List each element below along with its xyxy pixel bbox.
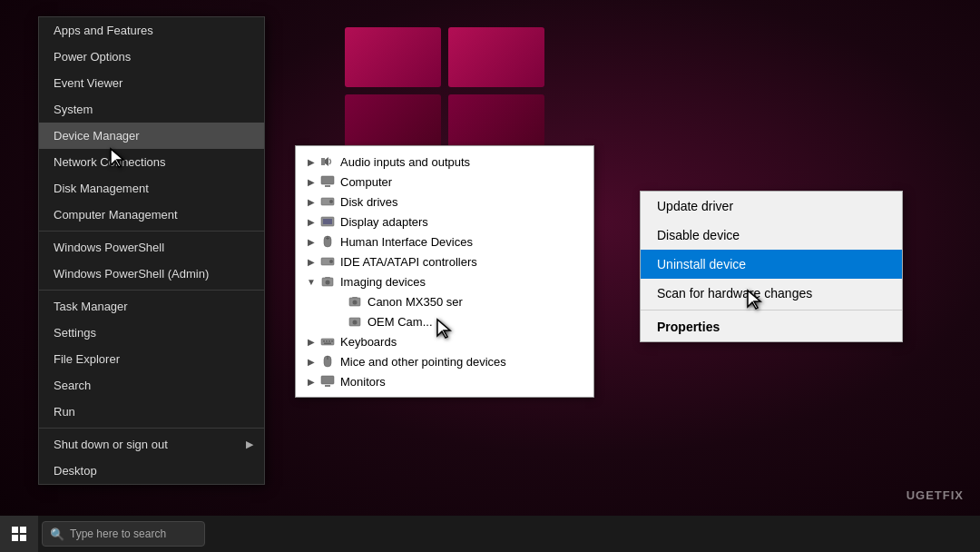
expand-imaging[interactable] xyxy=(305,275,318,288)
tree-item-imaging[interactable]: Imaging devices xyxy=(296,271,593,291)
svg-rect-30 xyxy=(325,385,330,387)
svg-rect-34 xyxy=(12,527,18,533)
device-context-menu: Update driver Disable device Uninstall d… xyxy=(640,191,903,342)
icon-canon xyxy=(347,294,363,309)
icon-mice xyxy=(319,354,336,369)
watermark: UGETFIX xyxy=(906,488,964,502)
start-icon xyxy=(11,526,27,542)
icon-audio xyxy=(319,154,336,169)
icon-monitors xyxy=(319,374,336,389)
winx-separator-1 xyxy=(39,231,264,232)
ctx-scan-changes[interactable]: Scan for hardware changes xyxy=(641,279,902,308)
search-icon: 🔍 xyxy=(50,527,64,541)
expand-disk-drives[interactable] xyxy=(305,195,318,208)
tree-item-oem-cam[interactable]: OEM Cam... xyxy=(296,311,593,331)
svg-rect-15 xyxy=(325,277,330,279)
tree-item-audio[interactable]: Audio inputs and outputs xyxy=(296,152,593,172)
svg-rect-3 xyxy=(325,185,330,187)
expand-hid[interactable] xyxy=(305,235,318,248)
svg-point-12 xyxy=(329,260,333,263)
svg-rect-23 xyxy=(326,340,328,342)
tree-item-hid[interactable]: Human Interface Devices xyxy=(296,232,593,251)
tree-item-display-adapters[interactable]: Display adapters xyxy=(296,212,593,232)
winx-item-device-manager[interactable]: Device Manager xyxy=(39,123,264,149)
expand-ide[interactable] xyxy=(305,255,318,268)
taskbar: 🔍 Type here to search xyxy=(0,516,980,552)
device-manager-tree: Audio inputs and outputs Computer Disk d… xyxy=(295,145,594,398)
expand-computer[interactable] xyxy=(305,175,318,188)
svg-rect-7 xyxy=(323,219,332,224)
icon-display-adapters xyxy=(319,214,336,229)
icon-ide xyxy=(319,254,336,269)
svg-rect-18 xyxy=(352,297,358,299)
icon-hid xyxy=(319,234,336,249)
winx-item-disk-management[interactable]: Disk Management xyxy=(39,175,264,202)
expand-monitors[interactable] xyxy=(305,375,318,388)
svg-rect-35 xyxy=(20,527,26,533)
icon-computer xyxy=(319,174,336,189)
winx-item-network-connections[interactable]: Network Connections xyxy=(39,149,264,175)
win-logo-quad-1 xyxy=(345,27,441,87)
shut-down-arrow: ▶ xyxy=(246,439,253,450)
winx-item-powershell[interactable]: Windows PowerShell xyxy=(39,234,264,261)
ctx-update-driver[interactable]: Update driver xyxy=(641,192,902,221)
winx-item-event-viewer[interactable]: Event Viewer xyxy=(39,70,264,96)
winx-item-search[interactable]: Search xyxy=(39,372,264,399)
windows-logo xyxy=(345,27,544,154)
winx-separator-2 xyxy=(39,290,264,291)
icon-keyboards xyxy=(319,334,336,349)
winx-item-powershell-admin[interactable]: Windows PowerShell (Admin) xyxy=(39,261,264,287)
icon-disk-drives xyxy=(319,194,336,209)
expand-display-adapters[interactable] xyxy=(305,215,318,228)
winx-item-settings[interactable]: Settings xyxy=(39,320,264,346)
winx-item-power-options[interactable]: Power Options xyxy=(39,44,264,70)
tree-item-disk-drives[interactable]: Disk drives xyxy=(296,192,593,212)
expand-keyboards[interactable] xyxy=(305,335,318,348)
tree-item-ide[interactable]: IDE ATA/ATAPI controllers xyxy=(296,251,593,271)
svg-rect-24 xyxy=(328,340,330,342)
svg-point-17 xyxy=(353,301,358,305)
winx-item-system[interactable]: System xyxy=(39,96,264,123)
ctx-separator xyxy=(641,310,902,310)
svg-point-20 xyxy=(353,320,358,325)
svg-rect-26 xyxy=(324,343,331,345)
search-placeholder: Type here to search xyxy=(70,527,166,540)
svg-point-5 xyxy=(329,200,333,203)
winx-item-apps-features[interactable]: Apps and Features xyxy=(39,17,264,44)
svg-marker-1 xyxy=(325,157,328,166)
svg-rect-25 xyxy=(331,340,333,342)
winx-separator-3 xyxy=(39,428,264,429)
tree-item-monitors[interactable]: Monitors xyxy=(296,371,593,391)
svg-rect-22 xyxy=(323,340,325,342)
svg-rect-2 xyxy=(321,176,334,184)
winx-item-task-manager[interactable]: Task Manager xyxy=(39,293,264,320)
expand-audio[interactable] xyxy=(305,155,318,168)
expand-mice[interactable] xyxy=(305,355,318,368)
icon-imaging xyxy=(319,274,336,289)
taskbar-search-box[interactable]: 🔍 Type here to search xyxy=(42,521,205,547)
winx-item-run[interactable]: Run xyxy=(39,399,264,425)
ctx-properties[interactable]: Properties xyxy=(641,312,902,341)
winx-item-shut-down[interactable]: Shut down or sign out ▶ xyxy=(39,431,264,458)
tree-item-mice[interactable]: Mice and other pointing devices xyxy=(296,351,593,371)
winx-context-menu: Apps and Features Power Options Event Vi… xyxy=(38,16,265,485)
tree-item-computer[interactable]: Computer xyxy=(296,172,593,192)
winx-item-file-explorer[interactable]: File Explorer xyxy=(39,346,264,372)
winx-item-computer-management[interactable]: Computer Management xyxy=(39,202,264,228)
ctx-disable-device[interactable]: Disable device xyxy=(641,221,902,250)
tree-item-canon[interactable]: Canon MX350 ser xyxy=(296,291,593,311)
svg-rect-0 xyxy=(321,158,325,165)
tree-item-keyboards[interactable]: Keyboards xyxy=(296,331,593,351)
svg-rect-36 xyxy=(12,535,18,541)
svg-rect-29 xyxy=(321,376,334,384)
winx-item-desktop[interactable]: Desktop xyxy=(39,458,264,484)
svg-rect-37 xyxy=(20,535,26,541)
svg-point-14 xyxy=(326,281,330,285)
ctx-uninstall-device[interactable]: Uninstall device xyxy=(641,250,902,279)
start-button[interactable] xyxy=(0,516,38,552)
win-logo-quad-2 xyxy=(448,27,544,87)
icon-oem-cam xyxy=(347,314,363,329)
